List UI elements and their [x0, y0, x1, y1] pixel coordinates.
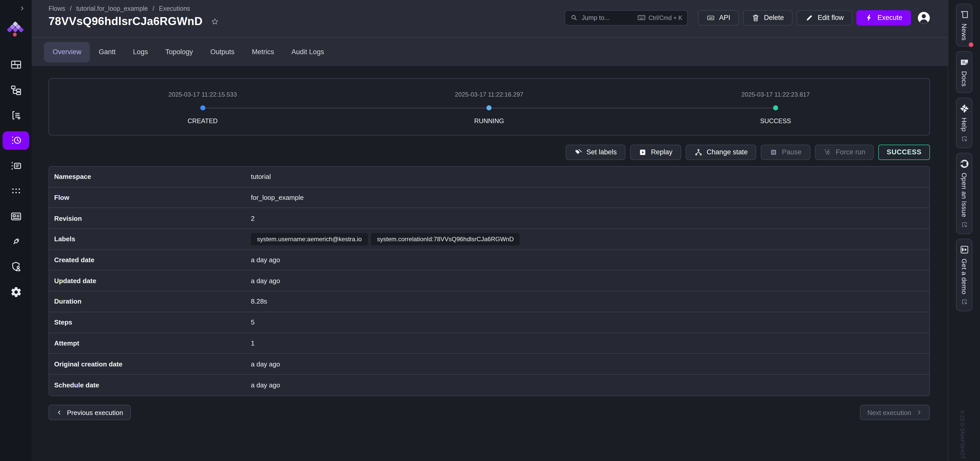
- header-controls: Jump to... Ctrl/Cmd + K APIAPIDeleteEdit…: [565, 10, 931, 25]
- table-row: Duration 8.28s: [49, 291, 929, 312]
- row-label: Revision: [49, 214, 251, 222]
- pause-button[interactable]: Pause: [761, 144, 810, 160]
- replay-button[interactable]: Replay: [630, 144, 681, 160]
- sidebar-item-dashboard[interactable]: [3, 56, 29, 74]
- news-icon: [959, 10, 969, 19]
- tab-logs[interactable]: Logs: [124, 41, 157, 62]
- label-chip: system.username:aemerich@kestra.io: [251, 233, 368, 245]
- lightning-icon: [865, 14, 873, 22]
- chevron-left-icon: [56, 409, 62, 416]
- namespaces-icon: [10, 109, 22, 121]
- execution-actions: Set labelsReplayChange statePauseForce r…: [49, 144, 930, 160]
- delete-button[interactable]: Delete: [743, 10, 792, 25]
- table-row: Steps 5: [49, 312, 929, 333]
- runner-icon: [823, 148, 832, 156]
- set-labels-button[interactable]: Set labels: [565, 144, 625, 160]
- trash-icon: [752, 14, 760, 22]
- table-row: Original creation date a day ago: [49, 354, 929, 374]
- breadcrumb-separator: /: [153, 5, 154, 12]
- row-label: Original creation date: [49, 360, 251, 368]
- table-row: Labels system.username:aemerich@kestra.i…: [49, 229, 929, 250]
- row-label: Namespace: [49, 173, 251, 181]
- state-dot: [200, 105, 205, 110]
- tab-metrics[interactable]: Metrics: [243, 41, 283, 62]
- right-tab-open-an-issue[interactable]: Open an Issue: [956, 153, 972, 234]
- status-badge: SUCCESS: [878, 144, 930, 160]
- docs-icon: [959, 57, 969, 67]
- state-dot: [773, 105, 778, 110]
- right-tab-help[interactable]: Help: [956, 97, 972, 148]
- row-label: Attempt: [49, 339, 251, 347]
- api-button[interactable]: APIAPI: [698, 10, 739, 25]
- page-header: Flows / tutorial.for_loop_example / Exec…: [32, 0, 948, 37]
- sidebar-nav: [0, 56, 32, 308]
- sidebar-item-administration[interactable]: [3, 258, 29, 276]
- sidebar-item-blueprints[interactable]: [3, 207, 29, 225]
- svg-text:API: API: [709, 17, 713, 19]
- previous-execution-button[interactable]: Previous execution: [49, 405, 131, 420]
- tab-outputs[interactable]: Outputs: [202, 41, 243, 62]
- tab-overview[interactable]: Overview: [44, 41, 90, 62]
- row-value: 2: [251, 214, 255, 222]
- sidebar-item-apps[interactable]: [3, 182, 29, 200]
- tab-topology[interactable]: Topology: [157, 41, 202, 62]
- execution-details-table: Namespace tutorial Flow for_loop_example…: [49, 166, 930, 396]
- page-title: 78VVsQ96hdlsrCJa6RGWnD: [49, 15, 203, 28]
- right-sidebar: News Docs Help Open an Issue: [948, 0, 980, 461]
- right-tab-news[interactable]: News: [956, 3, 972, 47]
- left-sidebar: [0, 0, 32, 461]
- external-link-icon: [961, 136, 967, 142]
- table-row: Attempt 1: [49, 333, 929, 354]
- replay-icon: [639, 148, 647, 156]
- kestra-app: Flows / tutorial.for_loop_example / Exec…: [0, 0, 980, 461]
- blueprints-icon: [10, 210, 22, 222]
- table-row: Namespace tutorial: [49, 167, 929, 187]
- user-avatar[interactable]: [916, 10, 931, 25]
- kestra-logo[interactable]: [6, 21, 24, 37]
- table-row: Updated date a day ago: [49, 271, 929, 291]
- sidebar-item-logs[interactable]: [3, 156, 29, 175]
- state-icon: [694, 148, 703, 156]
- sidebar-item-flows[interactable]: [3, 81, 29, 99]
- force-run-button[interactable]: Force run: [815, 144, 874, 160]
- sidebar-item-plugins[interactable]: [3, 232, 29, 250]
- chevron-right-icon: [916, 409, 922, 416]
- table-row: Schedule date a day ago: [49, 375, 929, 395]
- row-value: for_loop_example: [251, 194, 304, 201]
- demo-icon: [959, 245, 969, 255]
- next-execution-button[interactable]: Next execution: [860, 405, 930, 420]
- row-label: Flow: [49, 194, 251, 201]
- label-chips: system.username:aemerich@kestra.iosystem…: [251, 233, 520, 245]
- search-placeholder: Jump to...: [582, 14, 634, 21]
- row-value: 1: [251, 339, 255, 347]
- pencil-icon: [805, 14, 813, 22]
- state-dot: [487, 105, 492, 110]
- breadcrumb-flow-id[interactable]: tutorial.for_loop_example: [76, 5, 148, 12]
- star-icon[interactable]: [210, 17, 219, 26]
- row-value: a day ago: [251, 381, 280, 389]
- row-value: a day ago: [251, 360, 280, 368]
- sidebar-item-settings[interactable]: [3, 283, 29, 301]
- breadcrumb-executions[interactable]: Executions: [159, 5, 190, 12]
- right-tab-get-a-demo[interactable]: Get a demo: [956, 239, 972, 311]
- tab-gantt[interactable]: Gantt: [90, 41, 124, 62]
- edit-flow-button[interactable]: Edit flow: [797, 10, 852, 25]
- table-row: Revision 2: [49, 208, 929, 229]
- right-tab-docs[interactable]: Docs: [956, 51, 972, 93]
- sidebar-expand-icon[interactable]: [19, 6, 25, 11]
- sidebar-item-executions[interactable]: [3, 131, 29, 150]
- github-icon: [959, 159, 969, 169]
- execution-tabs: OverviewGanttLogsTopologyOutputsMetricsA…: [32, 37, 948, 66]
- execute-button[interactable]: Execute: [856, 10, 911, 25]
- search-input[interactable]: Jump to... Ctrl/Cmd + K: [565, 10, 688, 25]
- state-label: RUNNING: [387, 118, 592, 125]
- external-link-icon: [961, 222, 967, 228]
- tab-audit-logs[interactable]: Audit Logs: [283, 41, 333, 62]
- row-value: 8.28s: [251, 298, 267, 305]
- sidebar-item-namespaces[interactable]: [3, 106, 29, 124]
- change-state-button[interactable]: Change state: [686, 144, 756, 160]
- row-label: Updated date: [49, 277, 251, 285]
- breadcrumb-flows[interactable]: Flows: [49, 5, 65, 12]
- state-timestamp: 2025-03-17 11:22:16.297: [387, 91, 592, 98]
- row-label: Steps: [49, 318, 251, 326]
